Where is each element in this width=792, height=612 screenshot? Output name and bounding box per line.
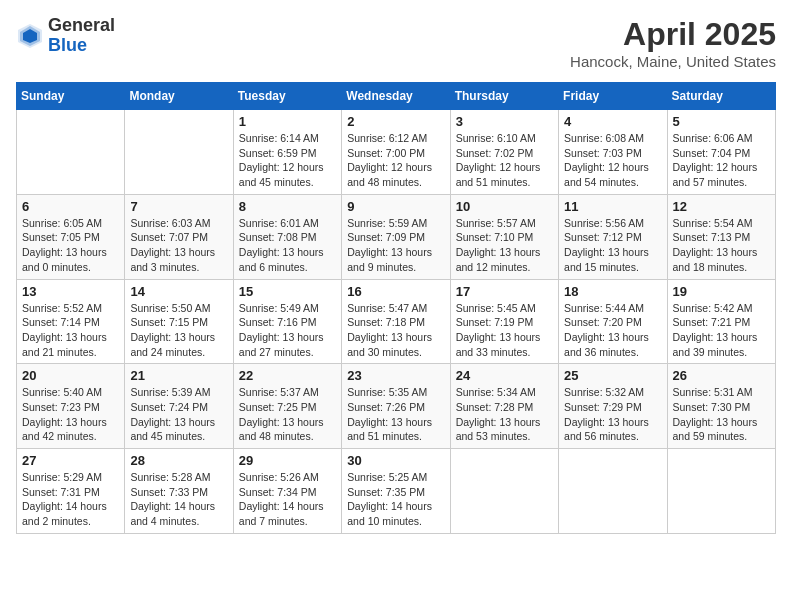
day-info: Sunrise: 5:28 AMSunset: 7:33 PMDaylight:… xyxy=(130,470,227,529)
general-blue-icon xyxy=(16,22,44,50)
day-number: 7 xyxy=(130,199,227,214)
calendar-cell xyxy=(125,110,233,195)
day-number: 9 xyxy=(347,199,444,214)
day-info: Sunrise: 5:40 AMSunset: 7:23 PMDaylight:… xyxy=(22,385,119,444)
day-number: 8 xyxy=(239,199,336,214)
day-info: Sunrise: 5:52 AMSunset: 7:14 PMDaylight:… xyxy=(22,301,119,360)
day-number: 30 xyxy=(347,453,444,468)
day-number: 3 xyxy=(456,114,553,129)
day-number: 17 xyxy=(456,284,553,299)
day-info: Sunrise: 5:35 AMSunset: 7:26 PMDaylight:… xyxy=(347,385,444,444)
col-wednesday: Wednesday xyxy=(342,83,450,110)
calendar-cell: 6Sunrise: 6:05 AMSunset: 7:05 PMDaylight… xyxy=(17,194,125,279)
day-info: Sunrise: 6:14 AMSunset: 6:59 PMDaylight:… xyxy=(239,131,336,190)
day-number: 2 xyxy=(347,114,444,129)
day-number: 6 xyxy=(22,199,119,214)
calendar-cell xyxy=(17,110,125,195)
day-number: 23 xyxy=(347,368,444,383)
calendar-cell: 17Sunrise: 5:45 AMSunset: 7:19 PMDayligh… xyxy=(450,279,558,364)
day-info: Sunrise: 5:25 AMSunset: 7:35 PMDaylight:… xyxy=(347,470,444,529)
calendar-cell: 16Sunrise: 5:47 AMSunset: 7:18 PMDayligh… xyxy=(342,279,450,364)
calendar-cell xyxy=(667,449,775,534)
calendar-cell: 18Sunrise: 5:44 AMSunset: 7:20 PMDayligh… xyxy=(559,279,667,364)
calendar-cell: 23Sunrise: 5:35 AMSunset: 7:26 PMDayligh… xyxy=(342,364,450,449)
header-row: Sunday Monday Tuesday Wednesday Thursday… xyxy=(17,83,776,110)
day-info: Sunrise: 6:06 AMSunset: 7:04 PMDaylight:… xyxy=(673,131,770,190)
calendar-cell: 5Sunrise: 6:06 AMSunset: 7:04 PMDaylight… xyxy=(667,110,775,195)
day-info: Sunrise: 6:05 AMSunset: 7:05 PMDaylight:… xyxy=(22,216,119,275)
calendar-cell xyxy=(450,449,558,534)
day-info: Sunrise: 5:47 AMSunset: 7:18 PMDaylight:… xyxy=(347,301,444,360)
day-number: 20 xyxy=(22,368,119,383)
day-info: Sunrise: 6:08 AMSunset: 7:03 PMDaylight:… xyxy=(564,131,661,190)
day-info: Sunrise: 5:39 AMSunset: 7:24 PMDaylight:… xyxy=(130,385,227,444)
day-info: Sunrise: 5:44 AMSunset: 7:20 PMDaylight:… xyxy=(564,301,661,360)
day-number: 27 xyxy=(22,453,119,468)
day-info: Sunrise: 5:29 AMSunset: 7:31 PMDaylight:… xyxy=(22,470,119,529)
day-number: 21 xyxy=(130,368,227,383)
day-number: 10 xyxy=(456,199,553,214)
day-number: 16 xyxy=(347,284,444,299)
calendar-cell: 24Sunrise: 5:34 AMSunset: 7:28 PMDayligh… xyxy=(450,364,558,449)
day-info: Sunrise: 5:56 AMSunset: 7:12 PMDaylight:… xyxy=(564,216,661,275)
day-number: 1 xyxy=(239,114,336,129)
calendar-week-3: 13Sunrise: 5:52 AMSunset: 7:14 PMDayligh… xyxy=(17,279,776,364)
col-sunday: Sunday xyxy=(17,83,125,110)
calendar-cell: 10Sunrise: 5:57 AMSunset: 7:10 PMDayligh… xyxy=(450,194,558,279)
title-block: April 2025 Hancock, Maine, United States xyxy=(570,16,776,70)
calendar-cell: 7Sunrise: 6:03 AMSunset: 7:07 PMDaylight… xyxy=(125,194,233,279)
day-number: 13 xyxy=(22,284,119,299)
day-info: Sunrise: 5:42 AMSunset: 7:21 PMDaylight:… xyxy=(673,301,770,360)
calendar-cell: 25Sunrise: 5:32 AMSunset: 7:29 PMDayligh… xyxy=(559,364,667,449)
col-tuesday: Tuesday xyxy=(233,83,341,110)
day-info: Sunrise: 5:59 AMSunset: 7:09 PMDaylight:… xyxy=(347,216,444,275)
calendar-cell: 11Sunrise: 5:56 AMSunset: 7:12 PMDayligh… xyxy=(559,194,667,279)
col-monday: Monday xyxy=(125,83,233,110)
location-text: Hancock, Maine, United States xyxy=(570,53,776,70)
calendar-body: 1Sunrise: 6:14 AMSunset: 6:59 PMDaylight… xyxy=(17,110,776,534)
calendar-cell: 20Sunrise: 5:40 AMSunset: 7:23 PMDayligh… xyxy=(17,364,125,449)
calendar-cell: 28Sunrise: 5:28 AMSunset: 7:33 PMDayligh… xyxy=(125,449,233,534)
day-info: Sunrise: 6:10 AMSunset: 7:02 PMDaylight:… xyxy=(456,131,553,190)
day-number: 25 xyxy=(564,368,661,383)
day-number: 4 xyxy=(564,114,661,129)
day-info: Sunrise: 6:01 AMSunset: 7:08 PMDaylight:… xyxy=(239,216,336,275)
day-number: 22 xyxy=(239,368,336,383)
day-info: Sunrise: 5:37 AMSunset: 7:25 PMDaylight:… xyxy=(239,385,336,444)
day-number: 19 xyxy=(673,284,770,299)
day-info: Sunrise: 5:31 AMSunset: 7:30 PMDaylight:… xyxy=(673,385,770,444)
calendar-cell: 26Sunrise: 5:31 AMSunset: 7:30 PMDayligh… xyxy=(667,364,775,449)
calendar-cell: 4Sunrise: 6:08 AMSunset: 7:03 PMDaylight… xyxy=(559,110,667,195)
calendar-cell: 3Sunrise: 6:10 AMSunset: 7:02 PMDaylight… xyxy=(450,110,558,195)
calendar-cell: 8Sunrise: 6:01 AMSunset: 7:08 PMDaylight… xyxy=(233,194,341,279)
day-number: 24 xyxy=(456,368,553,383)
calendar-header: Sunday Monday Tuesday Wednesday Thursday… xyxy=(17,83,776,110)
col-thursday: Thursday xyxy=(450,83,558,110)
calendar-cell: 22Sunrise: 5:37 AMSunset: 7:25 PMDayligh… xyxy=(233,364,341,449)
day-number: 29 xyxy=(239,453,336,468)
day-info: Sunrise: 5:57 AMSunset: 7:10 PMDaylight:… xyxy=(456,216,553,275)
day-info: Sunrise: 5:32 AMSunset: 7:29 PMDaylight:… xyxy=(564,385,661,444)
calendar-cell: 27Sunrise: 5:29 AMSunset: 7:31 PMDayligh… xyxy=(17,449,125,534)
month-title: April 2025 xyxy=(570,16,776,53)
day-info: Sunrise: 5:34 AMSunset: 7:28 PMDaylight:… xyxy=(456,385,553,444)
calendar-cell: 21Sunrise: 5:39 AMSunset: 7:24 PMDayligh… xyxy=(125,364,233,449)
day-number: 18 xyxy=(564,284,661,299)
calendar-cell: 29Sunrise: 5:26 AMSunset: 7:34 PMDayligh… xyxy=(233,449,341,534)
calendar-cell: 19Sunrise: 5:42 AMSunset: 7:21 PMDayligh… xyxy=(667,279,775,364)
calendar-cell: 2Sunrise: 6:12 AMSunset: 7:00 PMDaylight… xyxy=(342,110,450,195)
calendar-cell: 12Sunrise: 5:54 AMSunset: 7:13 PMDayligh… xyxy=(667,194,775,279)
calendar-week-2: 6Sunrise: 6:05 AMSunset: 7:05 PMDaylight… xyxy=(17,194,776,279)
day-number: 11 xyxy=(564,199,661,214)
calendar-week-5: 27Sunrise: 5:29 AMSunset: 7:31 PMDayligh… xyxy=(17,449,776,534)
day-number: 26 xyxy=(673,368,770,383)
day-info: Sunrise: 5:49 AMSunset: 7:16 PMDaylight:… xyxy=(239,301,336,360)
calendar-cell: 14Sunrise: 5:50 AMSunset: 7:15 PMDayligh… xyxy=(125,279,233,364)
page-header: General Blue April 2025 Hancock, Maine, … xyxy=(16,16,776,70)
day-info: Sunrise: 5:26 AMSunset: 7:34 PMDaylight:… xyxy=(239,470,336,529)
day-number: 28 xyxy=(130,453,227,468)
logo-blue-text: Blue xyxy=(48,35,87,55)
calendar-week-1: 1Sunrise: 6:14 AMSunset: 6:59 PMDaylight… xyxy=(17,110,776,195)
calendar-cell: 13Sunrise: 5:52 AMSunset: 7:14 PMDayligh… xyxy=(17,279,125,364)
day-info: Sunrise: 5:45 AMSunset: 7:19 PMDaylight:… xyxy=(456,301,553,360)
